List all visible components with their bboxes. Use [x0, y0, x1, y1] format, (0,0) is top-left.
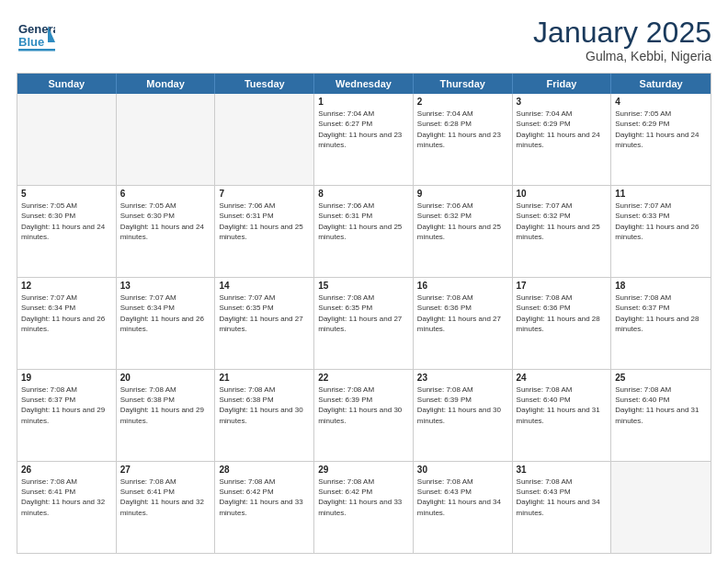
cal-header-thursday: Thursday: [414, 74, 513, 94]
calendar: SundayMondayTuesdayWednesdayThursdayFrid…: [17, 73, 711, 554]
calendar-week-4: 19Sunrise: 7:08 AMSunset: 6:37 PMDayligh…: [17, 370, 711, 462]
cal-day-10: 10Sunrise: 7:07 AMSunset: 6:32 PMDayligh…: [513, 186, 612, 277]
calendar-week-1: 1Sunrise: 7:04 AMSunset: 6:27 PMDaylight…: [17, 94, 711, 186]
cell-info: Sunrise: 7:08 AMSunset: 6:39 PMDaylight:…: [417, 385, 508, 426]
calendar-body: 1Sunrise: 7:04 AMSunset: 6:27 PMDaylight…: [17, 94, 711, 553]
page-title: January 2025: [533, 17, 711, 49]
cell-info: Sunrise: 7:07 AMSunset: 6:33 PMDaylight:…: [615, 201, 707, 242]
cal-day-7: 7Sunrise: 7:06 AMSunset: 6:31 PMDaylight…: [215, 186, 314, 277]
cell-info: Sunrise: 7:06 AMSunset: 6:32 PMDaylight:…: [417, 201, 508, 242]
cal-day-4: 4Sunrise: 7:05 AMSunset: 6:29 PMDaylight…: [611, 94, 711, 185]
day-number: 13: [120, 281, 211, 291]
cal-day-2: 2Sunrise: 7:04 AMSunset: 6:28 PMDaylight…: [414, 94, 513, 185]
cal-day-28: 28Sunrise: 7:08 AMSunset: 6:42 PMDayligh…: [215, 462, 314, 553]
cell-info: Sunrise: 7:08 AMSunset: 6:41 PMDaylight:…: [120, 477, 211, 518]
cal-header-wednesday: Wednesday: [314, 74, 414, 94]
cal-day-19: 19Sunrise: 7:08 AMSunset: 6:37 PMDayligh…: [17, 370, 117, 461]
cal-empty: [215, 94, 314, 185]
cell-info: Sunrise: 7:06 AMSunset: 6:31 PMDaylight:…: [219, 201, 310, 242]
cal-empty: [611, 462, 711, 553]
cal-day-31: 31Sunrise: 7:08 AMSunset: 6:43 PMDayligh…: [513, 462, 612, 553]
cal-empty: [117, 94, 216, 185]
cal-day-11: 11Sunrise: 7:07 AMSunset: 6:33 PMDayligh…: [611, 186, 711, 277]
cell-info: Sunrise: 7:08 AMSunset: 6:37 PMDaylight:…: [615, 293, 707, 334]
day-number: 8: [318, 189, 409, 199]
cell-info: Sunrise: 7:08 AMSunset: 6:38 PMDaylight:…: [120, 385, 211, 426]
cal-header-saturday: Saturday: [611, 74, 711, 94]
day-number: 18: [615, 281, 707, 291]
day-number: 3: [517, 97, 608, 107]
cell-info: Sunrise: 7:04 AMSunset: 6:28 PMDaylight:…: [417, 109, 508, 150]
cal-day-20: 20Sunrise: 7:08 AMSunset: 6:38 PMDayligh…: [117, 370, 216, 461]
day-number: 22: [318, 373, 409, 383]
day-number: 21: [219, 373, 310, 383]
calendar-week-2: 5Sunrise: 7:05 AMSunset: 6:30 PMDaylight…: [17, 186, 711, 278]
cal-day-21: 21Sunrise: 7:08 AMSunset: 6:38 PMDayligh…: [215, 370, 314, 461]
cell-info: Sunrise: 7:07 AMSunset: 6:34 PMDaylight:…: [120, 293, 211, 334]
subtitle: Gulma, Kebbi, Nigeria: [533, 49, 711, 63]
cal-day-17: 17Sunrise: 7:08 AMSunset: 6:36 PMDayligh…: [513, 278, 612, 369]
cal-header-monday: Monday: [117, 74, 216, 94]
cal-day-22: 22Sunrise: 7:08 AMSunset: 6:39 PMDayligh…: [314, 370, 414, 461]
day-number: 5: [21, 189, 112, 199]
logo: General Blue: [17, 17, 55, 55]
day-number: 20: [120, 373, 211, 383]
cal-day-29: 29Sunrise: 7:08 AMSunset: 6:42 PMDayligh…: [314, 462, 414, 553]
cell-info: Sunrise: 7:08 AMSunset: 6:43 PMDaylight:…: [417, 477, 508, 518]
day-number: 31: [517, 465, 608, 475]
cell-info: Sunrise: 7:08 AMSunset: 6:39 PMDaylight:…: [318, 385, 409, 426]
cell-info: Sunrise: 7:08 AMSunset: 6:41 PMDaylight:…: [21, 477, 112, 518]
cal-day-9: 9Sunrise: 7:06 AMSunset: 6:32 PMDaylight…: [414, 186, 513, 277]
cal-day-23: 23Sunrise: 7:08 AMSunset: 6:39 PMDayligh…: [414, 370, 513, 461]
cal-day-24: 24Sunrise: 7:08 AMSunset: 6:40 PMDayligh…: [513, 370, 612, 461]
cal-day-3: 3Sunrise: 7:04 AMSunset: 6:29 PMDaylight…: [513, 94, 612, 185]
cell-info: Sunrise: 7:08 AMSunset: 6:35 PMDaylight:…: [318, 293, 409, 334]
cal-day-8: 8Sunrise: 7:06 AMSunset: 6:31 PMDaylight…: [314, 186, 414, 277]
day-number: 25: [615, 373, 707, 383]
day-number: 9: [417, 189, 508, 199]
cell-info: Sunrise: 7:07 AMSunset: 6:34 PMDaylight:…: [21, 293, 112, 334]
cal-day-15: 15Sunrise: 7:08 AMSunset: 6:35 PMDayligh…: [314, 278, 414, 369]
cell-info: Sunrise: 7:08 AMSunset: 6:43 PMDaylight:…: [517, 477, 608, 518]
calendar-header: SundayMondayTuesdayWednesdayThursdayFrid…: [17, 74, 711, 94]
cell-info: Sunrise: 7:08 AMSunset: 6:36 PMDaylight:…: [417, 293, 508, 334]
header: General Blue January 2025 Gulma, Kebbi, …: [17, 17, 711, 63]
cal-header-sunday: Sunday: [17, 74, 117, 94]
cal-day-13: 13Sunrise: 7:07 AMSunset: 6:34 PMDayligh…: [117, 278, 216, 369]
cal-day-6: 6Sunrise: 7:05 AMSunset: 6:30 PMDaylight…: [117, 186, 216, 277]
cal-empty: [17, 94, 117, 185]
cal-day-25: 25Sunrise: 7:08 AMSunset: 6:40 PMDayligh…: [611, 370, 711, 461]
day-number: 27: [120, 465, 211, 475]
day-number: 2: [417, 97, 508, 107]
cell-info: Sunrise: 7:07 AMSunset: 6:35 PMDaylight:…: [219, 293, 310, 334]
cell-info: Sunrise: 7:06 AMSunset: 6:31 PMDaylight:…: [318, 201, 409, 242]
day-number: 14: [219, 281, 310, 291]
cal-day-12: 12Sunrise: 7:07 AMSunset: 6:34 PMDayligh…: [17, 278, 117, 369]
day-number: 7: [219, 189, 310, 199]
cell-info: Sunrise: 7:07 AMSunset: 6:32 PMDaylight:…: [517, 201, 608, 242]
day-number: 16: [417, 281, 508, 291]
title-block: January 2025 Gulma, Kebbi, Nigeria: [533, 17, 711, 63]
logo-icon: General Blue: [17, 17, 55, 55]
day-number: 1: [318, 97, 409, 107]
day-number: 17: [517, 281, 608, 291]
cell-info: Sunrise: 7:08 AMSunset: 6:40 PMDaylight:…: [517, 385, 608, 426]
cell-info: Sunrise: 7:08 AMSunset: 6:37 PMDaylight:…: [21, 385, 112, 426]
day-number: 29: [318, 465, 409, 475]
day-number: 6: [120, 189, 211, 199]
cell-info: Sunrise: 7:05 AMSunset: 6:30 PMDaylight:…: [21, 201, 112, 242]
day-number: 10: [517, 189, 608, 199]
cal-day-30: 30Sunrise: 7:08 AMSunset: 6:43 PMDayligh…: [414, 462, 513, 553]
cal-header-friday: Friday: [513, 74, 612, 94]
day-number: 15: [318, 281, 409, 291]
cal-day-5: 5Sunrise: 7:05 AMSunset: 6:30 PMDaylight…: [17, 186, 117, 277]
cal-header-tuesday: Tuesday: [215, 74, 314, 94]
day-number: 12: [21, 281, 112, 291]
cell-info: Sunrise: 7:08 AMSunset: 6:40 PMDaylight:…: [615, 385, 707, 426]
day-number: 4: [615, 97, 707, 107]
cal-day-1: 1Sunrise: 7:04 AMSunset: 6:27 PMDaylight…: [314, 94, 414, 185]
calendar-week-3: 12Sunrise: 7:07 AMSunset: 6:34 PMDayligh…: [17, 278, 711, 370]
cell-info: Sunrise: 7:08 AMSunset: 6:36 PMDaylight:…: [517, 293, 608, 334]
day-number: 24: [517, 373, 608, 383]
cal-day-27: 27Sunrise: 7:08 AMSunset: 6:41 PMDayligh…: [117, 462, 216, 553]
